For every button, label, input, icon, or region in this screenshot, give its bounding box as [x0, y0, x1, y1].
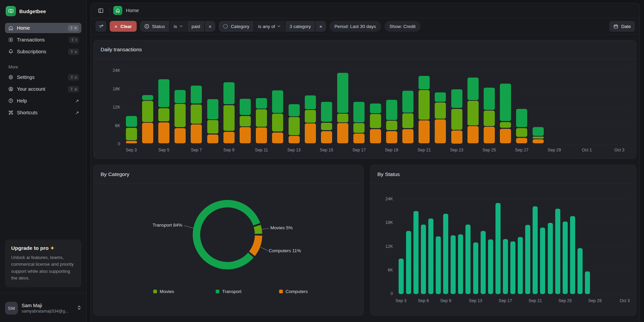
gridline [398, 294, 630, 294]
bar-segment-computers [223, 132, 235, 144]
breadcrumb: Home [126, 8, 139, 13]
y-axis-tick: 6K [101, 123, 120, 128]
bar-segment-transport [533, 127, 544, 136]
status-filter-value[interactable]: paid [188, 21, 205, 32]
chevron-updown-icon[interactable] [77, 305, 81, 312]
status-bar [570, 216, 575, 294]
user-menu[interactable]: SM Sam Maji samyabratamaji334@g... [5, 302, 81, 315]
status-bar [563, 222, 568, 294]
bar-segment-movies [484, 111, 495, 126]
category-filter-remove-button[interactable]: × [316, 21, 326, 32]
bar-segment-computers [370, 129, 381, 144]
bar-segment-transport [305, 95, 316, 109]
bar-segment-computers [321, 131, 332, 144]
bar-segment-movies [175, 104, 186, 127]
legend-label: Computers [286, 289, 308, 294]
sidebar-item-label: Transactions [17, 37, 66, 42]
filter-bar: × Clear Status is paid × Category [91, 18, 640, 35]
sidebar-item-your-account[interactable]: Your account⇧ a [5, 84, 81, 94]
bar-segment-transport [467, 78, 479, 100]
category-filter-value[interactable]: 3 category [286, 21, 315, 32]
sidebar-item-help[interactable]: Help↗ [5, 96, 81, 106]
bar-segment-movies [256, 109, 267, 126]
bar-segment-movies [337, 114, 348, 122]
app-name: Budgetbee [19, 8, 46, 14]
daily-card-header: Daily transactions [94, 40, 636, 59]
bar-segment-computers [419, 120, 430, 143]
subscriptions-icon [8, 49, 14, 55]
bar-segment-computers [484, 127, 495, 143]
x-axis-tick: Sep 27 [508, 148, 535, 152]
x-axis-tick: Sep 5 [150, 148, 177, 152]
x-axis-tick: Sep 17 [492, 298, 519, 303]
by-category-chart: Movies 5%Transport 84%Computers 11%Movie… [94, 184, 363, 316]
status-bar [481, 231, 486, 294]
legend-label: Movies [160, 289, 174, 294]
y-axis-tick: 18K [373, 220, 393, 225]
bar-segment-movies [223, 105, 235, 131]
period-filter-pill[interactable]: Period: Last 30 days [329, 21, 381, 32]
sidebar-item-home[interactable]: Home⇧ h [5, 23, 81, 33]
bar-segment-movies [386, 121, 397, 130]
home-page-icon [113, 6, 122, 15]
bar-segment-computers [467, 126, 479, 143]
x-axis-tick: Sep 13 [280, 148, 307, 152]
bar-segment-computers [158, 122, 169, 144]
sidebar-item-transactions[interactable]: Transactions⇧ t [5, 35, 81, 45]
sidebar-toggle-button[interactable] [96, 5, 106, 16]
filter-lines-button[interactable] [96, 21, 106, 32]
sidebar-item-settings[interactable]: Settings⇧ x [5, 72, 81, 82]
clear-filters-button[interactable]: × Clear [110, 21, 137, 32]
x-axis-tick: Sep 3 [118, 148, 145, 152]
status-filter-field[interactable]: Status [140, 21, 169, 32]
status-filter-remove-button[interactable]: × [205, 21, 215, 32]
status-card-header: By Status [371, 165, 636, 184]
status-bar [421, 225, 426, 294]
legend-swatch [279, 290, 283, 293]
bar-segment-computers [435, 119, 446, 143]
bar-segment-computers [272, 133, 283, 144]
status-bar [510, 241, 515, 294]
status-bar [399, 259, 404, 294]
bar-segment-transport [516, 109, 527, 127]
bar-segment-movies [435, 103, 446, 118]
date-button[interactable]: Date [609, 21, 635, 32]
status-bar [540, 228, 545, 294]
donut-annotation-transport: Transport 84% [153, 223, 182, 228]
y-axis-tick: 0 [101, 142, 120, 146]
status-operator-select[interactable]: is [170, 21, 187, 32]
x-axis-tick: Sep 21 [522, 298, 549, 303]
x-axis-tick: Sep 11 [248, 148, 275, 152]
x-axis-tick: Sep 23 [443, 148, 470, 152]
status-bar [555, 209, 560, 294]
x-axis-tick: Sep 29 [582, 298, 609, 303]
legend-item-computers: Computers [279, 289, 308, 294]
bar-segment-transport [256, 98, 267, 109]
show-filter-pill[interactable]: Show: Credit [384, 21, 421, 32]
settings-icon [8, 74, 14, 80]
donut-slice-transport [193, 200, 260, 269]
daily-transactions-card: Daily transactions 06K12K18K24KSep 3Sep … [93, 40, 636, 159]
bar-segment-movies [126, 128, 137, 140]
sparkles-icon: ✦ [50, 245, 54, 251]
status-bar [406, 231, 411, 294]
category-operator-select[interactable]: is any of [254, 21, 285, 32]
bar-segment-movies [272, 114, 283, 131]
sidebar-item-shortcuts[interactable]: Shortcuts↗ [5, 108, 81, 118]
external-link-icon: ↗ [75, 110, 79, 115]
sidebar-item-label: Subscriptions [17, 49, 65, 54]
donut-annotation-movies: Movies 5% [270, 225, 293, 230]
y-axis-tick: 24K [101, 68, 120, 73]
bar-segment-movies [419, 90, 430, 119]
bar-segment-transport [240, 99, 251, 115]
bar-segment-transport [289, 104, 300, 116]
sidebar-item-subscriptions[interactable]: Subscriptions⇧ s [5, 47, 81, 57]
category-filter-field[interactable]: Category [219, 21, 253, 32]
status-bar [503, 239, 508, 294]
bar-segment-transport [484, 88, 495, 110]
bar-segment-computers [451, 130, 462, 143]
sidebar-item-label: Home [17, 25, 65, 31]
bar-segment-transport [207, 99, 218, 119]
app-logo-row: Budgetbee [6, 6, 81, 16]
daily-card-title: Daily transactions [101, 47, 142, 53]
